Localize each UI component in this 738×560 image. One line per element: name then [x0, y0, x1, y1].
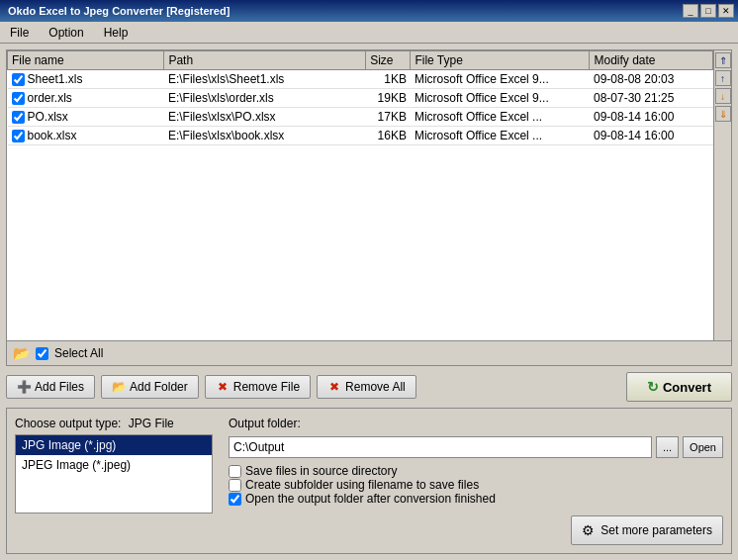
cell-type-0: Microsoft Office Excel 9...: [411, 70, 590, 89]
header-filetype: File Type: [411, 51, 590, 70]
cell-type-2: Microsoft Office Excel ...: [411, 108, 590, 127]
window-controls: _ □ ✕: [683, 4, 734, 18]
add-files-icon: ➕: [17, 380, 31, 394]
format-item-1[interactable]: JPEG Image (*.jpeg): [16, 455, 212, 475]
cell-date-2: 09-08-14 16:00: [590, 108, 713, 127]
list-wrapper: File name Path Size File Type Modify dat…: [7, 50, 731, 340]
cell-date-1: 08-07-30 21:25: [590, 89, 713, 108]
header-filename: File name: [8, 51, 164, 70]
arrow-down-button[interactable]: ↓: [715, 88, 731, 104]
minimize-button[interactable]: _: [683, 4, 698, 18]
cell-filename-3: book.xlsx: [8, 127, 164, 145]
format-item-0[interactable]: JPG Image (*.jpg): [16, 435, 212, 455]
select-all-row: 📂 Select All: [7, 340, 731, 365]
arrow-up-button[interactable]: ↑: [715, 70, 731, 86]
output-folder-input[interactable]: [229, 436, 652, 458]
table-scroll[interactable]: File name Path Size File Type Modify dat…: [7, 50, 713, 340]
cell-type-3: Microsoft Office Excel ...: [411, 127, 590, 145]
table-row: order.xls E:\Files\xls\order.xls 19KB Mi…: [8, 89, 713, 108]
table-header-row: File name Path Size File Type Modify dat…: [8, 51, 713, 70]
option-label-2[interactable]: Open the output folder after conversion …: [245, 492, 496, 506]
cell-path-0: E:\Files\xls\Sheet1.xls: [164, 70, 366, 89]
cell-type-1: Microsoft Office Excel 9...: [411, 89, 590, 108]
row-checkbox-0[interactable]: [12, 73, 25, 86]
title-bar: Okdo Excel to Jpeg Converter [Registered…: [0, 0, 738, 22]
add-folder-label: Add Folder: [130, 380, 188, 394]
arrow-top-button[interactable]: ⇑: [715, 52, 731, 68]
option-checkbox-2[interactable]: [229, 493, 241, 506]
format-list[interactable]: JPG Image (*.jpg)JPEG Image (*.jpeg): [15, 434, 213, 513]
upload-icon: 📂: [13, 345, 30, 361]
option-row-0: Save files in source directory: [229, 464, 723, 478]
add-files-label: Add Files: [35, 380, 84, 394]
cell-filename-1: order.xls: [8, 89, 164, 108]
side-arrows: ⇑ ↑ ↓ ⇓: [713, 50, 731, 340]
main-content: File name Path Size File Type Modify dat…: [0, 44, 738, 560]
file-table-body: Sheet1.xls E:\Files\xls\Sheet1.xls 1KB M…: [8, 70, 713, 145]
file-table: File name Path Size File Type Modify dat…: [7, 50, 713, 145]
cell-filename-2: PO.xlsx: [8, 108, 164, 127]
gear-icon: ⚙: [582, 522, 595, 538]
cell-date-3: 09-08-14 16:00: [590, 127, 713, 145]
remove-file-icon: ✖: [216, 380, 230, 394]
option-row-2: Open the output folder after conversion …: [229, 492, 723, 506]
select-all-label[interactable]: Select All: [54, 346, 103, 360]
output-type-current: JPG File: [129, 417, 174, 430]
cell-size-3: 16KB: [366, 127, 411, 145]
menu-help[interactable]: Help: [98, 24, 135, 42]
option-label-0[interactable]: Save files in source directory: [245, 464, 397, 478]
cell-date-0: 09-08-08 20:03: [590, 70, 713, 89]
action-buttons-row: ➕ Add Files 📂 Add Folder ✖ Remove File ✖…: [6, 370, 732, 404]
file-list-container: File name Path Size File Type Modify dat…: [6, 49, 732, 366]
row-checkbox-2[interactable]: [12, 111, 25, 124]
add-files-button[interactable]: ➕ Add Files: [6, 375, 95, 399]
set-more-parameters-button[interactable]: ⚙ Set more parameters: [571, 515, 723, 545]
remove-all-label: Remove All: [345, 380, 406, 394]
header-path: Path: [164, 51, 366, 70]
browse-button[interactable]: ...: [656, 436, 679, 458]
cell-filename-0: Sheet1.xls: [8, 70, 164, 89]
option-checkbox-1[interactable]: [229, 479, 241, 492]
options-container: Save files in source directory Create su…: [229, 464, 723, 506]
bottom-section: Choose output type: JPG File JPG Image (…: [6, 408, 732, 554]
cell-path-1: E:\Files\xls\order.xls: [164, 89, 366, 108]
folder-row: ... Open: [229, 436, 723, 458]
open-button[interactable]: Open: [683, 436, 723, 458]
table-row: book.xlsx E:\Files\xlsx\book.xlsx 16KB M…: [8, 127, 713, 145]
cell-size-2: 17KB: [366, 108, 411, 127]
cell-size-1: 19KB: [366, 89, 411, 108]
select-all-checkbox[interactable]: [36, 347, 48, 360]
option-checkbox-0[interactable]: [229, 465, 241, 478]
menu-file[interactable]: File: [4, 24, 35, 42]
header-size: Size: [366, 51, 411, 70]
output-type-label: Choose output type: JPG File: [15, 417, 213, 430]
menu-bar: File Option Help: [0, 22, 738, 44]
remove-file-button[interactable]: ✖ Remove File: [205, 375, 311, 399]
row-checkbox-1[interactable]: [12, 92, 25, 105]
remove-all-icon: ✖: [327, 380, 341, 394]
option-label-1[interactable]: Create subfolder using filename to save …: [245, 478, 479, 492]
add-folder-button[interactable]: 📂 Add Folder: [101, 375, 199, 399]
header-modifydate: Modify date: [590, 51, 713, 70]
convert-button[interactable]: ↻ Convert: [626, 372, 732, 402]
convert-label: Convert: [663, 380, 711, 395]
cell-path-2: E:\Files\xlsx\PO.xlsx: [164, 108, 366, 127]
add-folder-icon: 📂: [112, 380, 126, 394]
option-row-1: Create subfolder using filename to save …: [229, 478, 723, 492]
maximize-button[interactable]: □: [700, 4, 716, 18]
menu-option[interactable]: Option: [43, 24, 89, 42]
table-row: PO.xlsx E:\Files\xlsx\PO.xlsx 17KB Micro…: [8, 108, 713, 127]
output-type-panel: Choose output type: JPG File JPG Image (…: [15, 417, 213, 545]
remove-all-button[interactable]: ✖ Remove All: [317, 375, 416, 399]
window-title: Okdo Excel to Jpeg Converter [Registered…: [4, 5, 230, 17]
arrow-bottom-button[interactable]: ⇓: [715, 106, 731, 122]
cell-path-3: E:\Files\xlsx\book.xlsx: [164, 127, 366, 145]
params-label: Set more parameters: [600, 523, 712, 537]
remove-file-label: Remove File: [233, 380, 300, 394]
convert-icon: ↻: [647, 379, 659, 395]
close-button[interactable]: ✕: [718, 4, 734, 18]
output-folder-label: Output folder:: [229, 417, 723, 430]
row-checkbox-3[interactable]: [12, 130, 25, 142]
cell-size-0: 1KB: [366, 70, 411, 89]
output-folder-panel: Output folder: ... Open Save files in so…: [229, 417, 723, 545]
